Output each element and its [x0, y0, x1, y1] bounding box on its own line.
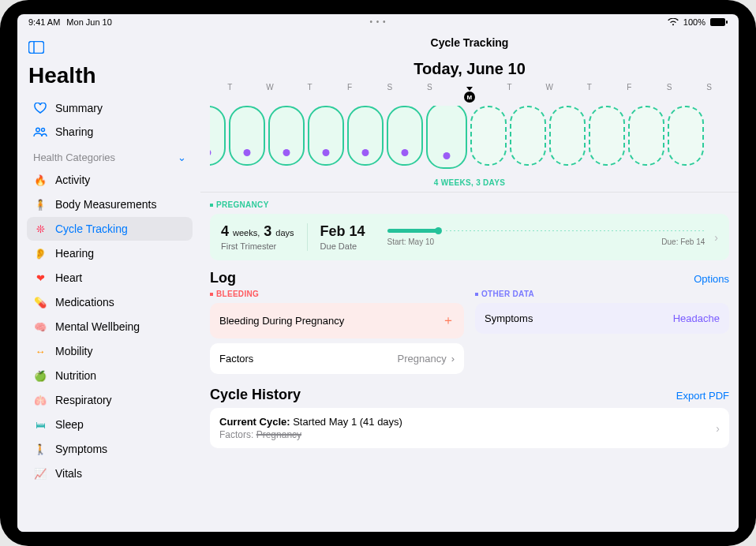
cal-day-letter: S: [649, 83, 690, 92]
cycle-day-pill[interactable]: [668, 106, 704, 166]
content: Cycle Tracking Today, June 10 TWTFSSMTWT…: [200, 30, 739, 532]
cal-day-letter: T: [290, 83, 330, 92]
cal-day-letter: T: [489, 83, 530, 92]
categories-header[interactable]: Health Categories ⌄: [27, 144, 193, 168]
sidebar-item-label: Summary: [55, 102, 103, 114]
cycle-day-pill[interactable]: [387, 106, 423, 166]
options-link[interactable]: Options: [694, 273, 729, 285]
svg-point-5: [42, 128, 45, 131]
sidebar-item-label: Symptoms: [55, 443, 107, 455]
sidebar-item-vitals[interactable]: 📈Vitals: [27, 462, 193, 485]
cycle-day-pill[interactable]: [589, 106, 625, 166]
cal-day-letter: F: [609, 83, 649, 92]
log-dot-icon: [210, 149, 211, 156]
log-dot-icon: [443, 152, 451, 159]
app-title: Health: [28, 63, 193, 88]
export-pdf-link[interactable]: Export PDF: [676, 390, 729, 402]
page-title: Cycle Tracking: [210, 36, 729, 49]
svg-point-4: [36, 128, 40, 132]
cycle-day-pill[interactable]: [229, 106, 265, 166]
sidebar-item-label: Activity: [55, 174, 90, 186]
factors-card[interactable]: Factors Pregnancy ›: [210, 343, 464, 374]
sidebar-item-hearing[interactable]: 👂Hearing: [27, 241, 193, 265]
cycle-history-card[interactable]: Current Cycle: Started May 1 (41 days) F…: [210, 408, 729, 448]
sidebar-item-mobility[interactable]: ↔Mobility: [27, 339, 193, 363]
sidebar-item-label: Hearing: [55, 247, 94, 260]
sidebar-item-body-measurements[interactable]: 🧍Body Measurements: [27, 193, 193, 216]
battery-pct: 100%: [683, 17, 705, 27]
sidebar-item-sleep[interactable]: 🛏Sleep: [27, 413, 193, 436]
bleeding-card[interactable]: Bleeding During Pregnancy ＋: [210, 303, 464, 338]
chevron-down-icon: ⌄: [178, 151, 186, 163]
history-line1: Current Cycle: Started May 1 (41 days): [219, 416, 402, 428]
sidebar-item-sharing[interactable]: Sharing: [27, 120, 193, 144]
cycle-day-pill[interactable]: [210, 106, 226, 166]
categories-header-label: Health Categories: [33, 151, 115, 163]
multitask-handle[interactable]: • • •: [369, 17, 386, 26]
flame-icon: 🔥: [33, 174, 47, 186]
cycle-day-pill[interactable]: [426, 106, 467, 169]
cycle-day-pill[interactable]: [268, 106, 305, 166]
sidebar-item-mental-wellbeing[interactable]: 🧠Mental Wellbeing: [27, 315, 193, 338]
lungs-icon: 🫁: [33, 395, 47, 406]
other-data-tag: OTHER DATA: [475, 290, 729, 298]
cycle-day-pill[interactable]: [308, 106, 344, 166]
symptoms-label: Symptoms: [485, 312, 533, 324]
sidebar-item-cycle-tracking[interactable]: ❊Cycle Tracking: [27, 217, 193, 241]
log-dot-icon: [402, 149, 409, 156]
plus-icon[interactable]: ＋: [442, 312, 455, 329]
pill-icon: 💊: [33, 297, 47, 309]
calendar-strip[interactable]: TWTFSSMTWTFSS 4 WEEKS, 3 DAYS: [210, 83, 729, 190]
sidebar-item-label: Medications: [55, 296, 114, 309]
sidebar-item-label: Respiratory: [55, 394, 112, 406]
log-dot-icon: [244, 149, 251, 156]
symptoms-card[interactable]: Symptoms Headache: [475, 303, 729, 334]
sidebar-toggle-icon[interactable]: [28, 41, 193, 57]
sidebar-item-label: Body Measurements: [55, 198, 156, 211]
cycle-day-pill[interactable]: [549, 106, 586, 166]
cycle-day-pill[interactable]: [347, 106, 384, 166]
sidebar-item-label: Vitals: [55, 467, 82, 480]
cal-day-letter: W: [250, 83, 290, 92]
sidebar-item-label: Sleep: [55, 418, 84, 431]
sidebar-item-label: Heart: [55, 271, 82, 284]
cycle-day-pill[interactable]: [628, 106, 664, 166]
sidebar-item-activity[interactable]: 🔥Activity: [27, 168, 193, 192]
cal-day-letter: M: [450, 83, 490, 92]
body-icon: 🧍: [33, 199, 47, 211]
bleeding-card-label: Bleeding During Pregnancy: [219, 315, 344, 327]
ear-icon: 👂: [33, 248, 47, 260]
status-time: 9:41 AM: [28, 17, 60, 27]
today-heading: Today, June 10: [210, 60, 729, 78]
gestation-value: 4 weeks, 3 days: [221, 223, 294, 240]
heart-outline-icon: [33, 103, 47, 114]
sidebar-item-summary[interactable]: Summary: [27, 96, 193, 120]
cal-day-letter: S: [369, 83, 410, 92]
cal-day-letter: T: [210, 83, 250, 92]
bleeding-tag: BLEEDING: [210, 290, 464, 298]
status-date: Mon Jun 10: [66, 17, 111, 27]
sidebar-item-label: Mobility: [55, 345, 92, 357]
cal-day-letter: F: [330, 83, 370, 92]
cal-day-letter: S: [410, 83, 450, 92]
heart-fill-icon: ❤: [33, 272, 47, 284]
sidebar-item-respiratory[interactable]: 🫁Respiratory: [27, 388, 193, 412]
cal-day-letter: S: [689, 83, 729, 92]
cal-day-letter: T: [569, 83, 609, 92]
bed-icon: 🛏: [33, 419, 47, 431]
sidebar-item-label: Nutrition: [55, 369, 96, 382]
sidebar-item-heart[interactable]: ❤Heart: [27, 266, 193, 290]
screen: 9:41 AM Mon Jun 10 • • • 100% Health Sum…: [17, 14, 739, 532]
log-dot-icon: [283, 149, 290, 156]
factors-value: Pregnancy ›: [398, 353, 455, 365]
pregnancy-card[interactable]: 4 weeks, 3 days First Trimester Feb 14 D…: [210, 214, 729, 260]
cycle-day-pill[interactable]: [470, 106, 507, 166]
cycle-duration: 4 WEEKS, 3 DAYS: [210, 178, 729, 187]
device-frame: 9:41 AM Mon Jun 10 • • • 100% Health Sum…: [0, 0, 756, 546]
svg-rect-2: [29, 42, 44, 54]
cycle-day-pill[interactable]: [510, 106, 546, 166]
sidebar-item-medications[interactable]: 💊Medications: [27, 290, 193, 314]
sidebar-item-nutrition[interactable]: 🍏Nutrition: [27, 364, 193, 387]
svg-rect-1: [726, 21, 728, 24]
sidebar-item-symptoms[interactable]: 🚶Symptoms: [27, 437, 193, 461]
